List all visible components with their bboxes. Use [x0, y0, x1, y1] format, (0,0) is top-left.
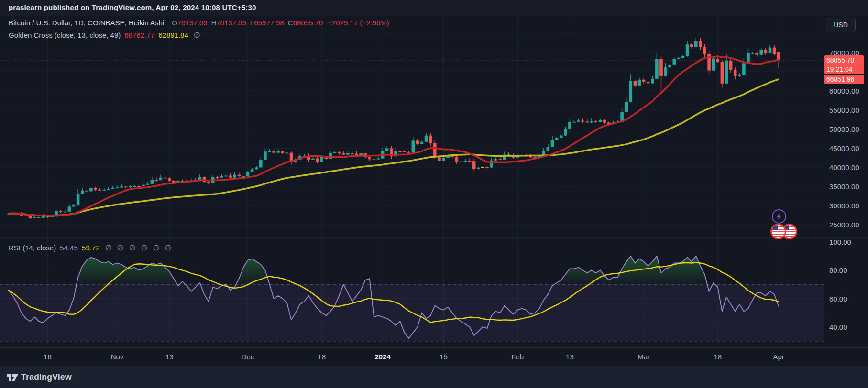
us-flag-event-icon[interactable]	[770, 224, 786, 239]
candle	[107, 189, 110, 190]
empty-value-icon: ∅	[141, 244, 147, 252]
candle	[120, 186, 123, 187]
price-axis-label: 60000.00	[829, 87, 859, 95]
bar-countdown: 19:21:04	[826, 65, 862, 74]
current-price-badge: 68055.70 19:21:04	[824, 55, 864, 74]
candle	[338, 152, 341, 153]
candle	[238, 175, 241, 176]
candle	[729, 61, 733, 70]
candle	[477, 168, 480, 169]
candle	[747, 53, 750, 64]
candle	[246, 172, 250, 176]
candle	[590, 121, 593, 122]
candle	[89, 188, 93, 191]
candle	[403, 151, 406, 152]
change-value: −2029.17 (−2.90%)	[328, 19, 389, 27]
candle	[551, 140, 554, 147]
time-axis-label: 15	[439, 353, 448, 361]
candle	[564, 129, 567, 135]
golden-cross-slow-value: 62891.84	[158, 31, 188, 39]
high-value: 70137.09	[216, 19, 246, 27]
candle	[373, 159, 376, 160]
candle	[159, 178, 163, 181]
candle	[155, 180, 158, 181]
close-value: 68055.70	[293, 19, 323, 27]
candle	[734, 70, 737, 76]
candle	[68, 206, 71, 211]
time-axis-label: 2024	[374, 353, 390, 361]
candle	[29, 216, 32, 218]
candle	[694, 41, 698, 47]
candle	[94, 188, 97, 190]
candle	[242, 176, 245, 177]
symbol-title[interactable]: Bitcoin / U.S. Dollar, 1D, COINBASE, Hei…	[9, 19, 164, 27]
low-label: L	[250, 19, 254, 27]
candle	[664, 67, 667, 76]
candle	[433, 143, 437, 156]
candle	[629, 81, 633, 102]
candle	[385, 148, 389, 151]
tradingview-logo-icon	[6, 372, 19, 383]
candle	[681, 56, 685, 58]
empty-value-icon: ∅	[194, 31, 200, 39]
rsi-title[interactable]: RSI (14, close)	[9, 244, 56, 252]
candle	[468, 161, 472, 162]
candle	[116, 187, 119, 188]
price-axis-label: 45000.00	[829, 144, 859, 152]
candle	[146, 184, 149, 185]
candle	[216, 177, 219, 178]
candle	[133, 186, 136, 187]
rsi-value: 54.45	[60, 244, 78, 252]
candle	[281, 151, 285, 153]
symbol-legend-row[interactable]: Bitcoin / U.S. Dollar, 1D, COINBASE, Hei…	[9, 19, 389, 27]
candle	[272, 151, 275, 152]
candle	[207, 182, 210, 183]
candle	[264, 151, 267, 160]
candle	[220, 176, 223, 177]
tradingview-brand: TradingView	[21, 372, 72, 382]
candle	[581, 120, 584, 121]
chart-canvas[interactable]	[0, 16, 868, 366]
candle	[377, 159, 380, 160]
candle	[224, 176, 228, 177]
publish-info: praslearn published on TradingView.com, …	[9, 3, 256, 11]
time-axis-label: 18	[318, 353, 326, 361]
golden-cross-title[interactable]: Golden Cross (close, 13, close, 49)	[9, 31, 121, 39]
time-axis[interactable]: 16Nov13Dec18202415Feb13Mar18Apr	[0, 347, 868, 366]
golden-cross-legend-row[interactable]: Golden Cross (close, 13, close, 49)68762…	[9, 31, 200, 40]
candle	[64, 212, 67, 213]
price-axis-label: 35000.00	[829, 183, 859, 191]
candle	[316, 159, 319, 162]
high-label: H	[211, 19, 216, 27]
low-value: 65977.98	[254, 19, 284, 27]
lightning-event-icon[interactable]	[772, 209, 786, 224]
rsi-axis-label: 100.00	[829, 238, 851, 246]
candle	[751, 53, 754, 54]
time-axis-label: Dec	[242, 353, 254, 361]
candle	[499, 159, 502, 160]
candle	[677, 58, 681, 59]
price-axis-label: 25000.00	[829, 221, 859, 229]
time-axis-label: Nov	[111, 353, 124, 361]
candle	[555, 138, 559, 140]
candle	[651, 79, 654, 84]
currency-toggle-button[interactable]: USD	[826, 18, 856, 32]
secondary-price-badge: 66851.96	[824, 75, 864, 84]
rsi-legend-row[interactable]: RSI (14, close)54.45 59.72∅∅∅∅∅∅	[9, 243, 171, 252]
candle	[577, 120, 580, 121]
time-axis-label: Feb	[511, 353, 524, 361]
candle	[33, 217, 36, 218]
candle	[37, 217, 41, 218]
rsi-axis-label: 80.00	[829, 266, 847, 274]
candle	[137, 186, 141, 187]
candle	[625, 102, 628, 112]
rsi-empty-values: ∅∅∅∅∅∅	[100, 244, 172, 252]
candle	[368, 157, 372, 159]
candle	[168, 178, 171, 181]
rsi-axis-label: 40.00	[829, 323, 847, 331]
empty-value-icon: ∅	[165, 244, 171, 252]
candle	[412, 140, 415, 152]
empty-value-icon: ∅	[117, 244, 124, 252]
candle	[102, 190, 106, 191]
footer-bar: TradingView	[0, 366, 868, 388]
